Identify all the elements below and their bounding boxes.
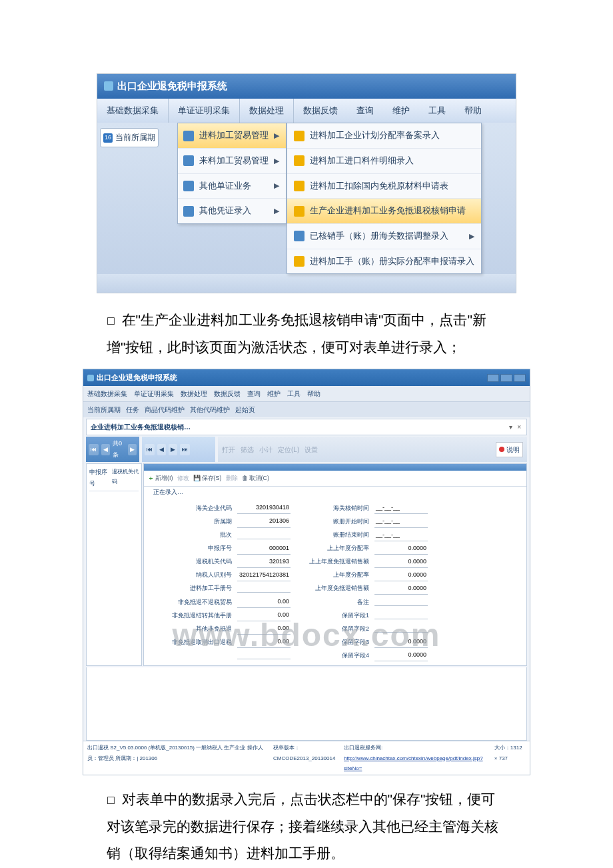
field-value[interactable]: 0.0000 (374, 649, 428, 661)
chevron-right-icon: ▶ (469, 229, 474, 243)
status-mid: 税率版本：CMCODE2013_20130014 (273, 743, 338, 773)
field-value[interactable] (374, 625, 428, 633)
field-value[interactable]: 0.0000 (374, 556, 428, 568)
nav-prev-icon[interactable]: ◀ (101, 444, 110, 455)
submenu-item[interactable]: 进料加工扣除国内免税原材料申请表 (287, 173, 481, 199)
menu-item-feed-trade[interactable]: 进料加工贸易管理 ▶ (178, 123, 286, 148)
menubar-item[interactable]: 工具 (419, 99, 455, 123)
submenu-item-selected[interactable]: 生产企业进料加工业务免抵退税核销申请 (287, 198, 481, 223)
folder-icon (183, 181, 194, 191)
nav-first-icon[interactable]: ⏮ (89, 444, 99, 455)
app-icon (104, 81, 113, 91)
menu-item-incoming-trade[interactable]: 来料加工贸易管理 ▶ (178, 148, 286, 173)
status-right: 大小：1312 × 737 (494, 743, 526, 773)
field-value[interactable]: 000001 (237, 543, 291, 555)
menubar-item[interactable]: 数据反馈 (294, 99, 347, 123)
add-label: 新增(I) (155, 473, 173, 484)
field-value[interactable]: 0.00 (237, 636, 291, 648)
cancel-button[interactable]: 🗑取消(C) (242, 473, 270, 484)
menubar-item[interactable]: 帮助 (455, 99, 491, 123)
submenu-item[interactable]: 进料加工手（账）册实际分配率申报请录入 (287, 249, 481, 274)
menubar-item[interactable]: 维护 (383, 99, 419, 123)
blank-area (86, 667, 527, 741)
menubar-item[interactable]: 数据反馈 (214, 387, 241, 400)
help-button[interactable]: 说明 (496, 442, 523, 457)
action-settings[interactable]: 设置 (305, 443, 318, 456)
nav-prev-icon[interactable]: ◀ (157, 444, 166, 455)
field-value[interactable] (237, 585, 291, 593)
menubar-item[interactable]: 查询 (347, 99, 383, 123)
menubar-item[interactable]: 查询 (247, 387, 261, 400)
menubar-item[interactable]: 单证证明采集 (134, 387, 174, 400)
menubar-item[interactable]: 维护 (267, 387, 281, 400)
menubar-item[interactable]: 工具 (287, 387, 301, 400)
nav-next-icon[interactable]: ▶ (169, 444, 177, 455)
menubar-item[interactable]: 帮助 (307, 387, 320, 400)
submenu-item[interactable]: 进料加工进口料件明细录入 (287, 148, 481, 173)
field-value[interactable]: __-__-__ (374, 529, 428, 541)
field-value[interactable]: 0.00 (237, 609, 291, 621)
field-value[interactable] (237, 651, 291, 659)
state-hint: 正在录入… (144, 487, 526, 499)
submenu-item[interactable]: 已核销手（账）册海关数据调整录入 ▶ (287, 223, 481, 249)
menubar-item[interactable]: 数据处理 (240, 99, 294, 123)
action-open[interactable]: 打开 (222, 443, 235, 456)
menubar-item[interactable]: 基础数据采集 (87, 387, 127, 400)
nav-first-icon[interactable]: ⏮ (145, 444, 155, 455)
menubar-item[interactable]: 数据处理 (181, 387, 207, 400)
edit-button[interactable]: 修改 (177, 473, 189, 484)
field-label: 保留字段2 (296, 623, 369, 635)
field-value[interactable]: 201306 (237, 515, 291, 527)
menu-item-other-voucher[interactable]: 其他凭证录入 ▶ (178, 198, 286, 223)
action-subtotal[interactable]: 小计 (259, 443, 273, 456)
panel-controls[interactable]: ▾ × (509, 421, 522, 433)
form-subheader: 企业进料加工业务免抵退税核销… ▾ × (86, 419, 527, 435)
status-link[interactable]: http://www.chinachtax.com/chtexin/webpag… (344, 755, 483, 771)
menubar-item[interactable]: 基础数据采集 (97, 99, 169, 123)
menubar-item[interactable]: 单证证明采集 (169, 99, 240, 123)
field-value[interactable]: 3201930418 (237, 502, 291, 514)
field-label: 账册开始时间 (296, 516, 369, 527)
folder-icon (183, 131, 194, 141)
tab-item[interactable]: 商品代码维护 (145, 403, 185, 416)
save-button[interactable]: 💾保存(S) (193, 473, 222, 484)
field-label: 其他非免抵退 (165, 623, 232, 635)
nav-strip[interactable]: ⏮ ◀ 共0条 ▶ (86, 437, 139, 462)
field-value[interactable]: 0.00 (237, 623, 291, 635)
delete-button[interactable]: 删除 (226, 473, 238, 484)
minimize-button[interactable] (487, 374, 499, 382)
tab-item[interactable]: 任务 (126, 403, 139, 416)
field-value[interactable]: 0.0000 (374, 543, 428, 555)
field-value[interactable]: 320193 (237, 556, 291, 568)
field-value[interactable] (237, 531, 291, 539)
field-value[interactable]: 0.0000 (374, 583, 428, 595)
field-value[interactable]: __-__-__ (374, 515, 428, 527)
menu-item-other-docs[interactable]: 其他单证业务 ▶ (178, 173, 286, 199)
field-value[interactable]: 0.0000 (374, 636, 428, 648)
field-value[interactable]: 0.00 (237, 596, 291, 608)
submenu-item[interactable]: 进料加工企业计划分配率备案录入 (287, 123, 481, 148)
status-left: 出口退税 S2_V5.03.0006 (单机版_20130615) 一般纳税人 … (87, 743, 268, 773)
chevron-right-icon: ▶ (274, 179, 279, 193)
field-value[interactable]: 0.0000 (374, 569, 428, 581)
field-value[interactable]: 320121754120381 (237, 569, 291, 581)
field-label: 保留字段3 (296, 637, 369, 648)
field-value[interactable]: __-__-__ (374, 502, 428, 514)
action-locate[interactable]: 定位(L) (278, 443, 299, 456)
nav-next-icon[interactable]: ▶ (128, 444, 137, 455)
sheet-icon (294, 181, 305, 191)
tab-item[interactable]: 其他代码维护 (190, 403, 230, 416)
tab-item[interactable]: 当前所属期 (87, 403, 121, 416)
paragraph-2-text: 对表单中的数据录入完后，点击状态栏中的"保存"按钮，便可对该笔录完的数据进行保存… (107, 791, 498, 861)
add-button[interactable]: ＋新增(I) (148, 473, 173, 484)
field-value[interactable] (374, 598, 428, 606)
field-label: 海关核销时间 (296, 503, 369, 514)
action-filter[interactable]: 筛选 (241, 443, 254, 456)
nav-last-icon[interactable]: ⏭ (180, 444, 190, 455)
tab-item[interactable]: 起始页 (235, 403, 255, 416)
close-button[interactable] (514, 374, 526, 382)
maximize-button[interactable] (500, 374, 512, 382)
submenu-item-label: 已核销手（账）册海关数据调整录入 (310, 228, 448, 245)
field-value[interactable] (374, 611, 428, 619)
current-period-chip[interactable]: 16 当前所属期 (100, 128, 159, 147)
